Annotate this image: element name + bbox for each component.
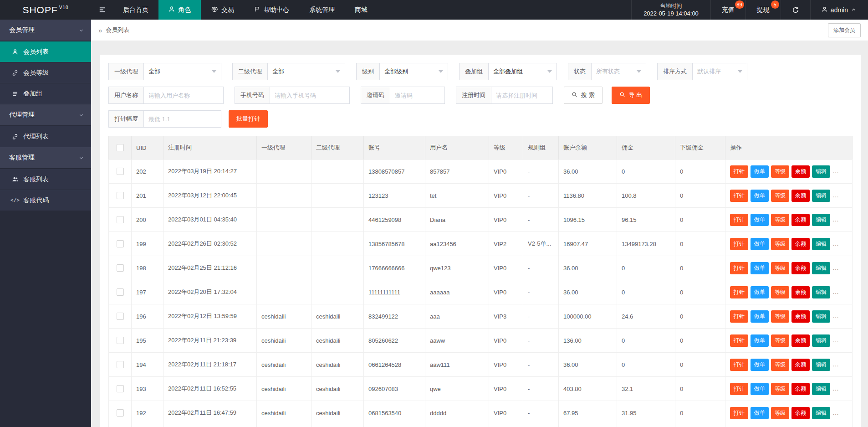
search-button[interactable]: 搜 索 [564, 87, 602, 104]
row-action-edit-button[interactable]: 编辑 [812, 214, 830, 226]
row-action-edit-button[interactable]: 编辑 [812, 165, 830, 178]
row-action-edit-button[interactable]: 编辑 [812, 190, 830, 202]
row-action-inject-button[interactable]: 打针 [730, 334, 748, 347]
row-action-inject-button[interactable]: 打针 [730, 286, 748, 298]
sidebar-item-agent-list[interactable]: 代理列表 [0, 126, 91, 147]
withdraw-link[interactable]: 提现 5 [745, 0, 781, 20]
row-action-balance-button[interactable]: 余额 [791, 286, 810, 298]
row-action-level-button[interactable]: 等级 [771, 238, 789, 250]
row-checkbox[interactable] [117, 288, 124, 296]
phone-input[interactable] [270, 87, 350, 104]
sidebar-item-service-code[interactable]: </> 客服代码 [0, 190, 91, 211]
row-action-balance-button[interactable]: 余额 [791, 310, 810, 323]
row-checkbox[interactable] [117, 409, 124, 417]
row-action-edit-button[interactable]: 编辑 [812, 286, 830, 298]
row-action-order-button[interactable]: 做单 [751, 334, 769, 347]
row-action-edit-button[interactable]: 编辑 [812, 310, 830, 323]
add-member-button[interactable]: 添加会员 [828, 23, 861, 37]
row-more-button[interactable]: … [832, 360, 839, 368]
row-action-inject-button[interactable]: 打针 [730, 359, 748, 371]
nav-item-help[interactable]: 帮助中心 [244, 0, 299, 20]
row-action-balance-button[interactable]: 余额 [791, 214, 810, 226]
row-checkbox[interactable] [117, 168, 124, 175]
row-more-button[interactable]: … [832, 240, 839, 247]
nav-item-trade[interactable]: 交易 [201, 0, 244, 20]
row-action-inject-button[interactable]: 打针 [730, 407, 748, 419]
row-action-order-button[interactable]: 做单 [751, 165, 769, 178]
nav-item-dashboard[interactable]: 后台首页 [113, 0, 158, 20]
row-action-inject-button[interactable]: 打针 [730, 165, 748, 178]
row-action-level-button[interactable]: 等级 [771, 190, 789, 202]
batch-inject-button[interactable]: 批量打针 [229, 110, 268, 128]
row-action-order-button[interactable]: 做单 [751, 190, 769, 202]
row-checkbox[interactable] [117, 313, 124, 320]
row-action-order-button[interactable]: 做单 [751, 383, 769, 395]
row-more-button[interactable]: … [832, 409, 839, 416]
row-action-level-button[interactable]: 等级 [771, 165, 789, 178]
row-more-button[interactable]: … [832, 191, 839, 199]
refresh-icon[interactable] [781, 0, 810, 20]
row-action-edit-button[interactable]: 编辑 [812, 359, 830, 371]
row-action-inject-button[interactable]: 打针 [730, 238, 748, 250]
row-action-balance-button[interactable]: 余额 [791, 334, 810, 347]
row-checkbox[interactable] [117, 240, 124, 247]
row-checkbox[interactable] [117, 192, 124, 199]
inject-range-input[interactable] [144, 110, 221, 128]
reg-time-input[interactable] [491, 87, 553, 104]
row-action-balance-button[interactable]: 余额 [791, 407, 810, 419]
row-action-balance-button[interactable]: 余额 [791, 262, 810, 274]
row-more-button[interactable]: … [832, 216, 839, 223]
sidebar-item-member-level[interactable]: 会员等级 [0, 62, 91, 83]
sidebar-item-service-list[interactable]: 客服列表 [0, 169, 91, 190]
row-action-edit-button[interactable]: 编辑 [812, 262, 830, 274]
row-action-balance-button[interactable]: 余额 [791, 359, 810, 371]
sidebar-group-agent-mgmt[interactable]: 代理管理 [0, 104, 91, 125]
row-action-edit-button[interactable]: 编辑 [812, 334, 830, 347]
row-action-order-button[interactable]: 做单 [751, 407, 769, 419]
row-action-inject-button[interactable]: 打针 [730, 383, 748, 395]
username-input[interactable] [144, 87, 224, 104]
sidebar-group-service-mgmt[interactable]: 客服管理 [0, 147, 91, 168]
nav-item-system[interactable]: 系统管理 [299, 0, 345, 20]
row-action-level-button[interactable]: 等级 [771, 407, 789, 419]
row-action-level-button[interactable]: 等级 [771, 383, 789, 395]
status-select[interactable]: 所有状态 [592, 63, 646, 80]
row-action-order-button[interactable]: 做单 [751, 214, 769, 226]
select-all-checkbox[interactable] [117, 144, 124, 151]
row-action-balance-button[interactable]: 余额 [791, 165, 810, 178]
nav-item-roles[interactable]: 角色 [158, 0, 201, 20]
row-action-order-button[interactable]: 做单 [751, 262, 769, 274]
row-more-button[interactable]: … [832, 385, 839, 392]
agent2-select[interactable]: 全部 [268, 63, 345, 80]
row-action-order-button[interactable]: 做单 [751, 238, 769, 250]
row-more-button[interactable]: … [832, 288, 839, 295]
row-action-level-button[interactable]: 等级 [771, 359, 789, 371]
row-checkbox[interactable] [117, 361, 124, 368]
row-more-button[interactable]: … [832, 312, 839, 319]
row-checkbox[interactable] [117, 337, 124, 344]
row-more-button[interactable]: … [832, 264, 839, 271]
row-more-button[interactable]: … [832, 167, 839, 175]
level-select[interactable]: 全部级别 [380, 63, 448, 80]
row-action-edit-button[interactable]: 编辑 [812, 383, 830, 395]
row-action-order-button[interactable]: 做单 [751, 310, 769, 323]
row-action-balance-button[interactable]: 余额 [791, 383, 810, 395]
row-action-edit-button[interactable]: 编辑 [812, 407, 830, 419]
row-action-level-button[interactable]: 等级 [771, 310, 789, 323]
row-action-level-button[interactable]: 等级 [771, 286, 789, 298]
row-action-order-button[interactable]: 做单 [751, 286, 769, 298]
row-action-balance-button[interactable]: 余额 [791, 238, 810, 250]
row-action-inject-button[interactable]: 打针 [730, 262, 748, 274]
row-action-inject-button[interactable]: 打针 [730, 214, 748, 226]
sidebar-group-member-mgmt[interactable]: 会员管理 [0, 20, 91, 41]
row-action-level-button[interactable]: 等级 [771, 262, 789, 274]
row-checkbox[interactable] [117, 385, 124, 392]
sidebar-toggle-icon[interactable] [91, 0, 113, 20]
agent1-select[interactable]: 全部 [144, 63, 221, 80]
row-action-order-button[interactable]: 做单 [751, 359, 769, 371]
user-menu[interactable]: admin [810, 0, 868, 20]
sidebar-item-member-list[interactable]: 会员列表 [0, 41, 91, 62]
export-button[interactable]: 导 出 [612, 87, 650, 104]
sort-select[interactable]: 默认排序 [693, 63, 747, 80]
nav-item-mall[interactable]: 商城 [345, 0, 378, 20]
